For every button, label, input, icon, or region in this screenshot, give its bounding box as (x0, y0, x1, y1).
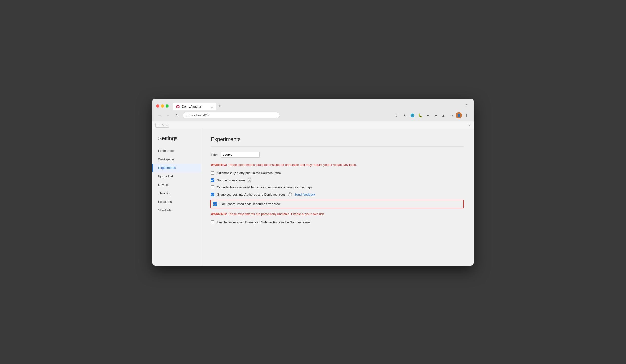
experiment-item-5-highlighted: Hide ignore-listed code in sources tree … (210, 200, 464, 208)
back-button[interactable]: ← (156, 112, 163, 119)
checkbox-breakpoint-sidebar-label: Enable re-designed Breakpoint Sidebar Pa… (217, 220, 310, 224)
checkbox-source-order-label: Source order viewer (217, 178, 245, 182)
earth-icon-button[interactable]: 🌐 (409, 112, 416, 119)
sidebar-item-shortcuts-label: Shortcuts (158, 209, 172, 212)
sidebar-item-workspace-label: Workspace (158, 157, 174, 161)
sidebar-item-devices[interactable]: Devices (152, 181, 201, 189)
devtools-body: Settings Preferences Workspace Experimen… (152, 129, 474, 266)
close-traffic-light[interactable] (156, 104, 159, 108)
url-text: localhost:4200 (190, 113, 210, 117)
puzzle-icon-button[interactable]: ▰ (432, 112, 439, 119)
checkbox-pretty-print[interactable] (211, 171, 214, 175)
tab-close-button[interactable]: × (211, 105, 213, 109)
checkbox-group-sources[interactable] (211, 193, 214, 196)
sidebar-item-preferences[interactable]: Preferences (152, 146, 201, 155)
devtools-top-bar: + 0 - × (152, 121, 474, 129)
sidebar-item-experiments-label: Experiments (158, 166, 176, 170)
flask-icon-button[interactable]: ▲ (440, 112, 447, 119)
warning-label-1: WARNING: (211, 163, 227, 167)
filter-input[interactable] (221, 152, 260, 158)
sidebar-item-locations-label: Locations (158, 200, 172, 204)
angular-icon-button[interactable]: ● (425, 112, 431, 119)
settings-content: Experiments Filter WARNING: These experi… (201, 129, 474, 266)
avatar-button[interactable]: 👤 (456, 112, 462, 118)
sidebar-item-experiments[interactable]: Experiments (152, 164, 201, 172)
svg-text:A: A (177, 106, 178, 107)
active-tab[interactable]: A DemoAngular × (173, 103, 216, 110)
experiment-item-3: Console: Resolve variable names in expre… (211, 185, 464, 189)
sidebar-item-ignore-list-label: Ignore List (158, 175, 173, 178)
settings-title: Settings (152, 135, 201, 146)
group-sources-help-icon[interactable]: ? (288, 192, 292, 196)
counter-increment-button[interactable]: + (156, 123, 160, 127)
reload-button[interactable]: ↻ (174, 112, 181, 119)
send-feedback-link[interactable]: Send feedback (294, 193, 315, 196)
sidebar-item-shortcuts[interactable]: Shortcuts (152, 206, 201, 215)
new-tab-button[interactable]: + (216, 102, 223, 110)
counter-decrement-button[interactable]: - (165, 123, 169, 127)
browser-actions: ⇧ ★ 🌐 🐛 ● ▰ ▲ ▭ 👤 ⋮ (393, 112, 470, 119)
warning-text-2: WARNING: These experiments are particula… (211, 212, 464, 217)
url-bar[interactable]: ⓘ localhost:4200 (183, 112, 280, 118)
section-divider (211, 146, 464, 147)
menu-button[interactable]: ⋮ (463, 112, 470, 119)
title-bar: A DemoAngular × + ˅ (152, 99, 474, 110)
address-bar: ← → ↻ ⓘ localhost:4200 ⇧ ★ 🌐 🐛 ● ▰ ▲ ▭ (152, 110, 474, 121)
bug-icon-button[interactable]: 🐛 (417, 112, 424, 119)
sidebar-item-locations[interactable]: Locations (152, 198, 201, 206)
warning-message-2: These experiments are particularly unsta… (227, 212, 325, 216)
checkbox-resolve-names[interactable] (211, 185, 214, 189)
bookmark-button[interactable]: ★ (401, 112, 408, 119)
warning-text-1: WARNING: These experiments could be unst… (211, 163, 464, 167)
share-button[interactable]: ⇧ (393, 112, 400, 119)
page-title: Experiments (211, 136, 464, 143)
tab-bar: A DemoAngular × + ˅ (173, 102, 470, 110)
maximize-traffic-light[interactable] (165, 104, 169, 108)
checkbox-group-sources-label: Group sources into Authored and Deployed… (217, 193, 285, 196)
warning-label-2: WARNING: (211, 212, 227, 216)
counter-value: 0 (160, 123, 165, 127)
traffic-lights (156, 104, 169, 108)
browser-chrome: A DemoAngular × + ˅ ← → ↻ ⓘ (152, 99, 474, 121)
checkbox-source-order[interactable] (211, 178, 214, 182)
experiment-item-4: Group sources into Authored and Deployed… (211, 192, 464, 196)
devtools-close-button[interactable]: × (469, 123, 471, 127)
source-order-help-icon[interactable]: ? (247, 178, 251, 182)
counter-widget: + 0 - (155, 123, 169, 128)
sidebar-item-preferences-label: Preferences (158, 149, 175, 152)
experiment-item-2: Source order viewer ? (211, 178, 464, 182)
secure-icon: ⓘ (186, 113, 188, 117)
browser-window: A DemoAngular × + ˅ ← → ↻ ⓘ (152, 99, 474, 266)
sidebar-item-workspace[interactable]: Workspace (152, 155, 201, 164)
tab-title: DemoAngular (182, 105, 201, 108)
forward-icon: → (167, 113, 170, 117)
sidebar-item-devices-label: Devices (158, 183, 169, 187)
tab-favicon-icon: A (176, 105, 180, 109)
checkbox-hide-ignore-listed-label: Hide ignore-listed code in sources tree … (219, 202, 280, 206)
layout-icon-button[interactable]: ▭ (448, 112, 455, 119)
checkbox-hide-ignore-listed[interactable] (213, 202, 217, 206)
sidebar-item-throttling-label: Throttling (158, 191, 171, 195)
warning-message-1: These experiments could be unstable or u… (227, 163, 356, 167)
experiment-item-1: Automatically pretty print in the Source… (211, 171, 464, 175)
minimize-traffic-light[interactable] (161, 104, 164, 108)
filter-row: Filter (211, 152, 464, 158)
sidebar-item-ignore-list[interactable]: Ignore List (152, 172, 201, 181)
experiment-item-6: Enable re-designed Breakpoint Sidebar Pa… (211, 220, 464, 224)
checkbox-resolve-names-label: Console: Resolve variable names in expre… (217, 185, 313, 189)
sidebar-item-throttling[interactable]: Throttling (152, 189, 201, 198)
reload-icon: ↻ (176, 113, 179, 117)
settings-sidebar: Settings Preferences Workspace Experimen… (152, 129, 201, 266)
back-icon: ← (158, 113, 161, 117)
checkbox-breakpoint-sidebar[interactable] (211, 220, 214, 224)
forward-button[interactable]: → (165, 112, 172, 119)
filter-label: Filter (211, 153, 218, 156)
checkbox-pretty-print-label: Automatically pretty print in the Source… (217, 171, 282, 175)
collapse-button[interactable]: ˅ (464, 102, 470, 110)
